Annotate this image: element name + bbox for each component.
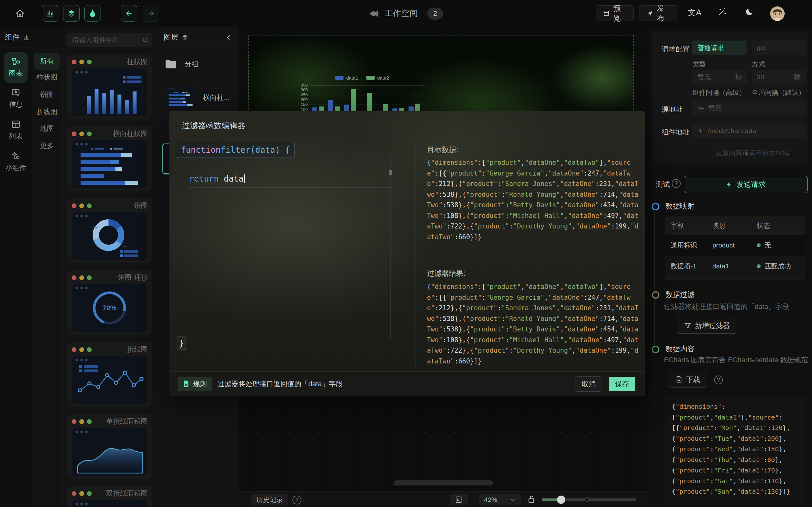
folder-icon [164,59,177,69]
source-addr-label: 源地址 [662,105,682,114]
components-panel-header: 组件 [0,27,62,48]
canvas-chart[interactable]: data1 data2 350300250200150100 [299,72,426,112]
sidebar-item-widgets[interactable]: 小组件 [3,151,29,173]
category-bar[interactable]: 柱状图 [32,72,62,82]
search-icon[interactable] [142,37,149,44]
components-panel-title: 组件 [5,32,20,42]
layer-item-horizontal-bar[interactable]: 横向柱... [165,86,230,109]
workspace-count-badge: 2 [427,8,443,20]
ring-chart-thumbnail: 70% [72,284,147,332]
line-chart-thumbnail [72,356,147,404]
unlock-icon[interactable] [527,495,536,504]
filter-editor-modal: 过滤器函数编辑器 function filter(data) { return … [169,111,645,396]
preview-button[interactable]: 预览 [596,5,634,21]
code-editor-line[interactable]: return data [189,174,245,183]
chart-bar [367,93,372,112]
sidebar-item-label: 小组件 [5,163,26,173]
zoom-slider[interactable] [542,498,636,501]
request-type-select[interactable]: 普通请求 [693,41,747,55]
workspace-title-text[interactable]: 工作空间 - [385,8,423,19]
dot-green [87,60,92,64]
download-help-icon[interactable]: ? [714,376,723,384]
publish-button[interactable]: 发布 [639,5,677,21]
stars-icon [11,151,20,161]
category-line[interactable]: 折线图 [32,107,62,117]
data-content-node [652,346,659,353]
zoom-slider-midpoint [584,497,590,502]
data-filter-desc: 过滤器将处理接口返回值的「data」字段 [664,302,789,312]
component-card-bar-chart[interactable]: 柱状图 [67,55,152,119]
chevron-down-icon [510,497,516,503]
category-more[interactable]: 更多 [32,141,62,151]
browser-icon [603,9,610,17]
fish-icon [369,9,380,18]
lightning-icon [726,181,733,188]
panel-layout-button[interactable] [450,494,467,505]
zoom-select[interactable]: 42% [479,494,521,505]
component-card-line[interactable]: 折线图 [67,342,152,407]
help-icon[interactable]: ? [293,496,301,504]
component-interval-label: 组件间隔（高级） [693,88,746,97]
pie-chart-thumbnail [72,212,147,260]
cancel-button[interactable]: 取消 [575,377,602,392]
target-data-json: {"dimensions":["product","dataOne","data… [427,158,640,244]
component-addr-input[interactable]: /mock/chartData [693,124,806,138]
editor-scrollbar[interactable] [391,154,391,340]
test-help-icon[interactable]: ? [672,179,681,188]
component-card-double-area[interactable]: 双折线面积图 [67,486,152,507]
layers-icon [182,34,189,41]
data-content-json-card[interactable]: {"dimensions": ["product","data1"],"sour… [665,396,806,507]
sidebar-item-label: 列表 [9,131,23,141]
add-filter-button[interactable]: 新增过滤器 [677,318,737,334]
sidebar-item-charts[interactable]: 图表 [4,52,28,83]
data-content-json: {"dimensions": ["product","data1"],"sour… [665,396,802,497]
table-icon [11,119,20,129]
category-all[interactable]: 所有 [34,53,60,70]
panel-icon [455,496,462,504]
search-input[interactable] [67,33,152,47]
send-request-button[interactable]: 发送请求 [684,176,808,193]
table-row: 通用标识product 无 [665,235,805,256]
avatar[interactable] [770,6,785,21]
horizontal-bar-thumbnail [72,140,147,188]
chart-bar [415,104,420,112]
horizontal-scrollbar[interactable] [394,481,493,486]
modal-title: 过滤器函数编辑器 [182,120,246,130]
timeline-connector [654,212,655,292]
component-card-horizontal-bar[interactable]: 横向柱状图 [67,126,152,191]
chevron-left-icon[interactable] [225,34,232,41]
global-interval-input[interactable]: 30秒 [752,70,806,84]
card-title: 单折线面积图 [106,417,148,426]
component-card-area[interactable]: 单折线面积图 [67,414,152,479]
download-button[interactable]: 下载 [669,372,707,388]
request-config-card: 请求配置 普通请求 get 类型 方式 暂无秒 30秒 组件间隔（高级） 全局间… [653,32,809,163]
save-button[interactable]: 保存 [609,377,635,391]
filter-result-label: 过滤器结果: [427,268,465,278]
component-interval-input[interactable]: 暂无秒 [693,70,747,84]
request-method-select[interactable]: get [752,41,806,55]
zoom-slider-thumb[interactable] [557,496,565,504]
sidebar-item-list[interactable]: 列表 [3,119,29,141]
layer-item-group[interactable]: 分组 [164,59,199,69]
request-config-panel: 请求配置 普通请求 get 类型 方式 暂无秒 30秒 组件间隔（高级） 全局间… [649,27,812,507]
target-data-label: 目标数据: [427,145,458,155]
sidebar-item-info[interactable]: 信息 [3,88,29,109]
area-chart-thumbnail [72,428,147,475]
language-toggle-icon[interactable]: 文A [688,7,701,18]
method-label: 方式 [752,60,765,68]
top-bar: 工作空间 - 2 预览 发布 文A [0,0,812,27]
table-header: 字段映射状态 [665,216,805,235]
component-card-ring[interactable]: 饼图-环形 70% [67,270,152,335]
pulse-icon [698,105,705,112]
source-addr-input[interactable]: 暂无 [693,101,806,115]
history-button[interactable]: 历史记录 [251,494,288,505]
component-card-pie[interactable]: 饼图 [67,199,152,263]
category-pie[interactable]: 饼图 [32,90,62,100]
card-title: 饼图-环形 [118,273,148,282]
dark-mode-icon[interactable] [745,7,754,16]
magic-wand-icon[interactable] [716,7,727,18]
layer-item-label: 分组 [185,59,199,69]
editor-scrollbar-handle[interactable] [389,170,392,175]
double-area-thumbnail [72,500,147,507]
category-map[interactable]: 地图 [32,124,62,133]
